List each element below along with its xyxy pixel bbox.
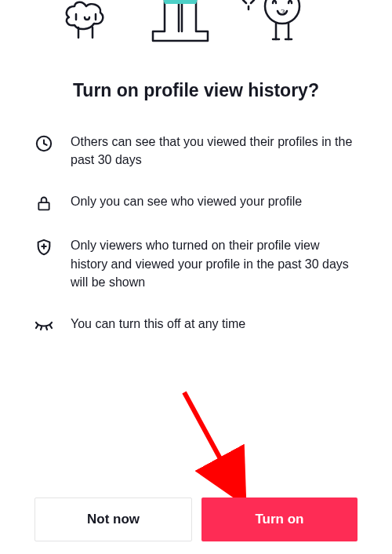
feature-text: Only viewers who turned on their profile…	[71, 236, 358, 291]
feature-item: Only you can see who viewed your profile	[34, 192, 358, 213]
feature-item: Only viewers who turned on their profile…	[34, 236, 358, 291]
clock-icon	[34, 134, 53, 153]
button-row: Not now Turn on	[0, 498, 392, 541]
feature-text: Only you can see who viewed your profile	[71, 192, 302, 210]
feature-text: Others can see that you viewed their pro…	[71, 133, 358, 169]
feature-text: You can turn this off at any time	[71, 315, 245, 333]
feature-item: Others can see that you viewed their pro…	[34, 133, 358, 169]
turn-on-button[interactable]: Turn on	[201, 498, 358, 541]
page-title: Turn on profile view history?	[0, 80, 392, 101]
closed-eye-icon	[34, 316, 53, 335]
shield-plus-icon	[34, 238, 53, 257]
feature-list: Others can see that you viewed their pro…	[0, 133, 392, 335]
svg-rect-3	[38, 203, 49, 210]
lock-icon	[34, 194, 53, 213]
feature-item: You can turn this off at any time	[34, 315, 358, 335]
svg-text:3: 3	[281, 7, 285, 16]
header-illustration: 3	[0, 0, 392, 47]
not-now-button[interactable]: Not now	[34, 498, 192, 541]
